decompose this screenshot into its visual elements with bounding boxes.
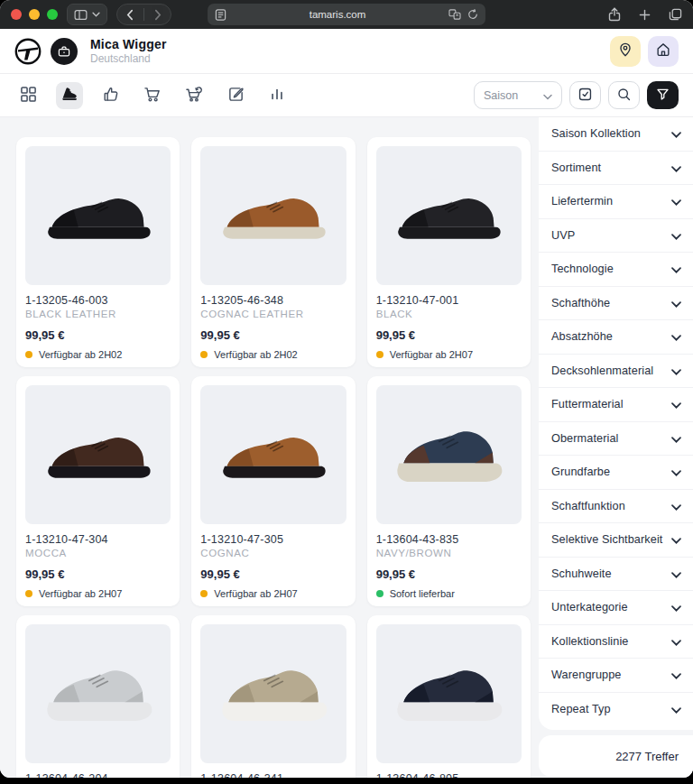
location-button[interactable] xyxy=(610,36,641,67)
product-card[interactable]: 1-13205-46-003 BLACK LEATHER 99,95 € Ver… xyxy=(16,137,180,367)
availability-text: Verfügbar ab 2H07 xyxy=(214,588,297,599)
filter-row[interactable]: Unterkategorie xyxy=(539,591,693,625)
sidebar-icon xyxy=(74,9,88,21)
reorder-cart-button[interactable] xyxy=(180,82,208,109)
chevron-down-icon xyxy=(671,125,681,142)
product-card[interactable]: 1-13604-46-204 xyxy=(16,615,180,778)
product-price: 99,95 € xyxy=(25,328,171,342)
chevron-down-icon xyxy=(671,464,681,480)
availability-dot xyxy=(25,590,32,597)
reload-icon[interactable] xyxy=(467,9,478,20)
filter-label: Kollektionslinie xyxy=(551,635,629,648)
product-color-name: COGNAC xyxy=(200,548,346,558)
filter-row[interactable]: Grundfarbe xyxy=(539,456,693,490)
filter-row[interactable]: Futtermaterial xyxy=(539,388,693,422)
filter-row[interactable]: Decksohlenmaterial xyxy=(539,355,693,389)
filter-row[interactable]: Schaftfunktion xyxy=(539,490,693,524)
notes-button[interactable] xyxy=(222,82,249,109)
product-card[interactable]: 1-13604-46-341 xyxy=(191,615,355,778)
new-tab-icon[interactable] xyxy=(639,9,651,21)
multi-select-button[interactable] xyxy=(569,81,601,109)
forward-button[interactable] xyxy=(154,9,162,21)
filter-label: Schaftfunktion xyxy=(551,500,625,512)
tamaris-logo[interactable] xyxy=(14,38,42,65)
chevron-down-icon xyxy=(671,531,681,548)
filter-label: Schafthöhe xyxy=(551,297,610,309)
filter-row[interactable]: Absatzhöhe xyxy=(539,320,693,355)
chevron-down-icon xyxy=(671,701,681,717)
product-code: 1-13205-46-003 xyxy=(25,294,171,307)
shoes-tab-button[interactable] xyxy=(56,82,83,109)
filter-row[interactable]: Schuhweite xyxy=(539,558,693,592)
product-price: 99,95 € xyxy=(376,328,522,342)
filter-panel: Saison Kollektion Sortiment Lief xyxy=(539,117,693,730)
product-card[interactable]: 1-13210-47-001 BLACK 99,95 € Verfügbar a… xyxy=(367,137,531,367)
availability-dot xyxy=(376,590,383,597)
filter-row[interactable]: UVP xyxy=(539,219,693,254)
product-card[interactable]: 1-13205-46-348 COGNAC LEATHER 99,95 € Ve… xyxy=(191,137,355,367)
sidebar-toggle-group[interactable] xyxy=(67,4,107,25)
chevron-down-icon xyxy=(671,430,681,447)
derby-shoe-image xyxy=(219,420,328,489)
reader-view-icon[interactable] xyxy=(215,9,226,21)
chevron-down-icon xyxy=(92,12,100,17)
results-count-card: 2277 Treffer xyxy=(539,735,693,777)
filter-funnel-icon xyxy=(655,87,670,105)
filter-button[interactable] xyxy=(647,81,679,109)
history-nav-group xyxy=(116,4,171,25)
chevron-down-icon xyxy=(671,160,681,176)
chevron-down-icon xyxy=(671,396,681,412)
filter-row[interactable]: Warengruppe xyxy=(539,659,693,693)
translate-icon[interactable] xyxy=(448,9,461,20)
close-window-button[interactable] xyxy=(11,9,22,20)
zoom-window-button[interactable] xyxy=(47,9,58,20)
availability-text: Verfügbar ab 2H02 xyxy=(214,349,297,360)
season-select[interactable]: Saison xyxy=(474,81,562,109)
product-grid: 1-13205-46-003 BLACK LEATHER 99,95 € Ver… xyxy=(16,137,531,778)
filter-row[interactable]: Schafthöhe xyxy=(539,287,693,321)
url-text: tamaris.com xyxy=(226,9,448,20)
product-image xyxy=(200,385,346,524)
availability-text: Verfügbar ab 2H07 xyxy=(39,588,122,599)
filter-label: Warengruppe xyxy=(551,669,622,681)
product-card[interactable]: 1-13604-46-805 xyxy=(367,615,531,778)
filter-label: Absatzhöhe xyxy=(551,330,613,343)
product-availability: Verfügbar ab 2H07 xyxy=(25,588,171,599)
search-button[interactable] xyxy=(608,81,640,109)
minimize-window-button[interactable] xyxy=(29,9,40,20)
availability-text: Verfügbar ab 2H02 xyxy=(39,349,122,360)
grid-view-button[interactable] xyxy=(14,82,42,109)
derby-shoe-image xyxy=(394,181,503,250)
product-card[interactable]: 1-13604-43-835 NAVY/BROWN 99,95 € Sofort… xyxy=(367,376,531,606)
filter-row[interactable]: Liefertermin xyxy=(539,185,693,219)
check-square-icon xyxy=(578,87,593,105)
derby-shoe-image xyxy=(44,420,152,489)
address-bar[interactable]: tamaris.com xyxy=(208,4,485,25)
filter-sidebar: Saison Kollektion Sortiment Lief xyxy=(539,117,693,778)
filter-row[interactable]: Sortiment xyxy=(539,152,693,186)
chevron-down-icon xyxy=(671,295,681,311)
favorites-button[interactable] xyxy=(97,82,125,109)
filter-label: Repeat Typ xyxy=(551,703,611,715)
filter-row[interactable]: Kollektionslinie xyxy=(539,625,693,659)
cart-button[interactable] xyxy=(139,82,166,109)
product-card[interactable]: 1-13210-47-305 COGNAC 99,95 € Verfügbar … xyxy=(191,376,355,606)
statistics-button[interactable] xyxy=(263,82,291,109)
back-button[interactable] xyxy=(126,9,134,21)
filter-row[interactable]: Selektive Sichtbarkeit xyxy=(539,523,693,558)
home-button[interactable] xyxy=(648,36,679,67)
product-code: 1-13604-46-805 xyxy=(376,772,522,778)
nav-divider xyxy=(143,8,144,21)
chevron-down-icon xyxy=(671,599,681,615)
grid-icon xyxy=(20,86,37,106)
product-code: 1-13604-46-204 xyxy=(25,772,171,778)
filter-row[interactable]: Repeat Typ xyxy=(539,693,693,727)
filter-row[interactable]: Saison Kollektion xyxy=(539,117,693,152)
product-card[interactable]: 1-13210-47-304 MOCCA 99,95 € Verfügbar a… xyxy=(16,376,180,606)
filter-row[interactable]: Technologie xyxy=(539,253,693,287)
share-icon[interactable] xyxy=(608,7,621,22)
tab-overview-icon[interactable] xyxy=(669,8,682,21)
filter-row[interactable]: Obermaterial xyxy=(539,422,693,457)
app-toolbar: Saison xyxy=(0,74,693,117)
chevron-down-icon xyxy=(543,88,552,104)
